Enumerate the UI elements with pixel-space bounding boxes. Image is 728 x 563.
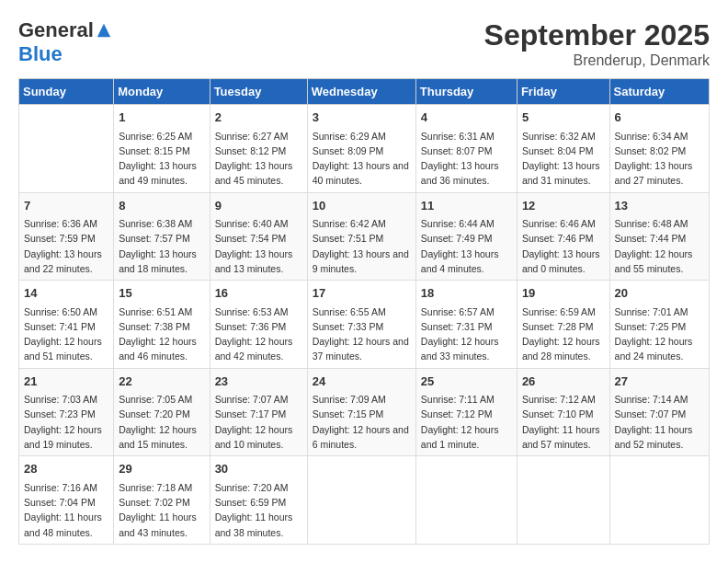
- day-info: Sunrise: 6:31 AMSunset: 8:07 PMDaylight:…: [421, 129, 512, 189]
- day-info: Sunrise: 7:01 AMSunset: 7:25 PMDaylight:…: [615, 304, 704, 364]
- calendar-cell: 12Sunrise: 6:46 AMSunset: 7:46 PMDayligh…: [517, 192, 609, 281]
- calendar-cell: 26Sunrise: 7:12 AMSunset: 7:10 PMDayligh…: [517, 368, 609, 456]
- calendar-cell: 18Sunrise: 6:57 AMSunset: 7:31 PMDayligh…: [415, 281, 517, 369]
- calendar-cell: [19, 105, 114, 193]
- day-info: Sunrise: 6:27 AMSunset: 8:12 PMDaylight:…: [215, 129, 302, 189]
- day-number: 6: [615, 109, 704, 127]
- day-number: 3: [313, 109, 411, 127]
- logo-icon: [96, 22, 112, 39]
- day-info: Sunrise: 6:36 AMSunset: 7:59 PMDaylight:…: [24, 216, 108, 276]
- calendar-cell: 16Sunrise: 6:53 AMSunset: 7:36 PMDayligh…: [210, 281, 307, 369]
- calendar-cell: 9Sunrise: 6:40 AMSunset: 7:54 PMDaylight…: [210, 192, 307, 281]
- calendar-cell: [609, 456, 709, 545]
- day-number: 26: [522, 373, 605, 391]
- calendar-week-3: 14Sunrise: 6:50 AMSunset: 7:41 PMDayligh…: [19, 281, 710, 369]
- header-day-saturday: Saturday: [609, 79, 709, 105]
- day-info: Sunrise: 6:55 AMSunset: 7:33 PMDaylight:…: [313, 304, 411, 364]
- day-number: 9: [215, 197, 302, 215]
- day-number: 4: [421, 109, 512, 127]
- day-info: Sunrise: 6:25 AMSunset: 8:15 PMDaylight:…: [119, 129, 204, 189]
- day-info: Sunrise: 6:59 AMSunset: 7:28 PMDaylight:…: [522, 304, 605, 364]
- calendar-cell: 4Sunrise: 6:31 AMSunset: 8:07 PMDaylight…: [415, 105, 517, 193]
- day-info: Sunrise: 6:32 AMSunset: 8:04 PMDaylight:…: [522, 129, 605, 189]
- calendar-week-2: 7Sunrise: 6:36 AMSunset: 7:59 PMDaylight…: [19, 192, 710, 281]
- calendar-week-1: 1Sunrise: 6:25 AMSunset: 8:15 PMDaylight…: [19, 105, 710, 193]
- location-subtitle: Brenderup, Denmark: [484, 52, 710, 69]
- calendar-cell: 14Sunrise: 6:50 AMSunset: 7:41 PMDayligh…: [19, 281, 114, 369]
- calendar-cell: [307, 456, 415, 545]
- day-info: Sunrise: 6:29 AMSunset: 8:09 PMDaylight:…: [313, 129, 411, 189]
- calendar-cell: 19Sunrise: 6:59 AMSunset: 7:28 PMDayligh…: [517, 281, 609, 369]
- header-day-tuesday: Tuesday: [210, 79, 307, 105]
- logo-blue-text: Blue: [18, 42, 63, 66]
- calendar-cell: 25Sunrise: 7:11 AMSunset: 7:12 PMDayligh…: [415, 368, 517, 456]
- calendar-cell: 24Sunrise: 7:09 AMSunset: 7:15 PMDayligh…: [307, 368, 415, 456]
- calendar-cell: 11Sunrise: 6:44 AMSunset: 7:49 PMDayligh…: [415, 192, 517, 281]
- day-number: 13: [615, 197, 704, 215]
- day-info: Sunrise: 7:18 AMSunset: 7:02 PMDaylight:…: [119, 480, 204, 540]
- calendar-cell: 30Sunrise: 7:20 AMSunset: 6:59 PMDayligh…: [210, 456, 307, 545]
- day-info: Sunrise: 7:07 AMSunset: 7:17 PMDaylight:…: [215, 392, 302, 452]
- day-info: Sunrise: 6:44 AMSunset: 7:49 PMDaylight:…: [421, 216, 512, 276]
- day-number: 28: [24, 460, 108, 478]
- calendar-week-4: 21Sunrise: 7:03 AMSunset: 7:23 PMDayligh…: [19, 368, 710, 456]
- day-info: Sunrise: 7:03 AMSunset: 7:23 PMDaylight:…: [24, 392, 108, 452]
- day-number: 22: [119, 373, 204, 391]
- calendar-cell: 28Sunrise: 7:16 AMSunset: 7:04 PMDayligh…: [19, 456, 114, 545]
- day-number: 8: [119, 197, 204, 215]
- title-block: September 2025 Brenderup, Denmark: [484, 18, 710, 69]
- svg-marker-0: [97, 24, 110, 37]
- day-number: 11: [421, 197, 512, 215]
- calendar-cell: 15Sunrise: 6:51 AMSunset: 7:38 PMDayligh…: [114, 281, 210, 369]
- day-number: 2: [215, 109, 302, 127]
- day-info: Sunrise: 6:34 AMSunset: 8:02 PMDaylight:…: [615, 129, 704, 189]
- calendar-week-5: 28Sunrise: 7:16 AMSunset: 7:04 PMDayligh…: [19, 456, 710, 545]
- day-info: Sunrise: 7:11 AMSunset: 7:12 PMDaylight:…: [421, 392, 512, 452]
- day-number: 27: [615, 373, 704, 391]
- day-number: 29: [119, 460, 204, 478]
- calendar-cell: 22Sunrise: 7:05 AMSunset: 7:20 PMDayligh…: [114, 368, 210, 456]
- day-number: 7: [24, 197, 108, 215]
- day-number: 18: [421, 284, 512, 303]
- calendar-cell: 17Sunrise: 6:55 AMSunset: 7:33 PMDayligh…: [307, 281, 415, 369]
- day-info: Sunrise: 6:46 AMSunset: 7:46 PMDaylight:…: [522, 216, 605, 276]
- calendar-cell: 8Sunrise: 6:38 AMSunset: 7:57 PMDaylight…: [114, 192, 210, 281]
- day-info: Sunrise: 6:40 AMSunset: 7:54 PMDaylight:…: [215, 216, 302, 276]
- day-info: Sunrise: 6:51 AMSunset: 7:38 PMDaylight:…: [119, 304, 204, 364]
- day-info: Sunrise: 7:12 AMSunset: 7:10 PMDaylight:…: [522, 392, 605, 452]
- day-number: 1: [119, 109, 204, 127]
- day-number: 5: [522, 109, 605, 127]
- day-info: Sunrise: 7:14 AMSunset: 7:07 PMDaylight:…: [615, 392, 704, 452]
- day-number: 15: [119, 284, 204, 303]
- day-info: Sunrise: 7:20 AMSunset: 6:59 PMDaylight:…: [215, 480, 302, 540]
- day-info: Sunrise: 6:42 AMSunset: 7:51 PMDaylight:…: [313, 216, 411, 276]
- calendar-cell: 3Sunrise: 6:29 AMSunset: 8:09 PMDaylight…: [307, 105, 415, 193]
- day-info: Sunrise: 7:09 AMSunset: 7:15 PMDaylight:…: [313, 392, 411, 452]
- day-number: 20: [615, 284, 704, 303]
- day-number: 16: [215, 284, 302, 303]
- calendar-cell: 6Sunrise: 6:34 AMSunset: 8:02 PMDaylight…: [609, 105, 709, 193]
- calendar-header-row: SundayMondayTuesdayWednesdayThursdayFrid…: [19, 79, 710, 105]
- month-title: September 2025: [484, 18, 710, 52]
- day-info: Sunrise: 6:38 AMSunset: 7:57 PMDaylight:…: [119, 216, 204, 276]
- calendar-cell: 21Sunrise: 7:03 AMSunset: 7:23 PMDayligh…: [19, 368, 114, 456]
- header-day-wednesday: Wednesday: [307, 79, 415, 105]
- day-info: Sunrise: 6:57 AMSunset: 7:31 PMDaylight:…: [421, 304, 512, 364]
- page-header: General Blue September 2025 Brenderup, D…: [18, 18, 710, 69]
- calendar-cell: 20Sunrise: 7:01 AMSunset: 7:25 PMDayligh…: [609, 281, 709, 369]
- day-info: Sunrise: 7:16 AMSunset: 7:04 PMDaylight:…: [24, 480, 108, 540]
- calendar-table: SundayMondayTuesdayWednesdayThursdayFrid…: [18, 78, 710, 545]
- calendar-cell: 27Sunrise: 7:14 AMSunset: 7:07 PMDayligh…: [609, 368, 709, 456]
- logo-general-text: General: [18, 18, 94, 42]
- day-number: 25: [421, 373, 512, 391]
- day-number: 23: [215, 373, 302, 391]
- calendar-cell: 5Sunrise: 6:32 AMSunset: 8:04 PMDaylight…: [517, 105, 609, 193]
- day-number: 24: [313, 373, 411, 391]
- calendar-cell: 29Sunrise: 7:18 AMSunset: 7:02 PMDayligh…: [114, 456, 210, 545]
- header-day-monday: Monday: [114, 79, 210, 105]
- day-number: 30: [215, 460, 302, 478]
- calendar-cell: 1Sunrise: 6:25 AMSunset: 8:15 PMDaylight…: [114, 105, 210, 193]
- day-info: Sunrise: 6:53 AMSunset: 7:36 PMDaylight:…: [215, 304, 302, 364]
- day-info: Sunrise: 6:48 AMSunset: 7:44 PMDaylight:…: [615, 216, 704, 276]
- day-number: 14: [24, 284, 108, 303]
